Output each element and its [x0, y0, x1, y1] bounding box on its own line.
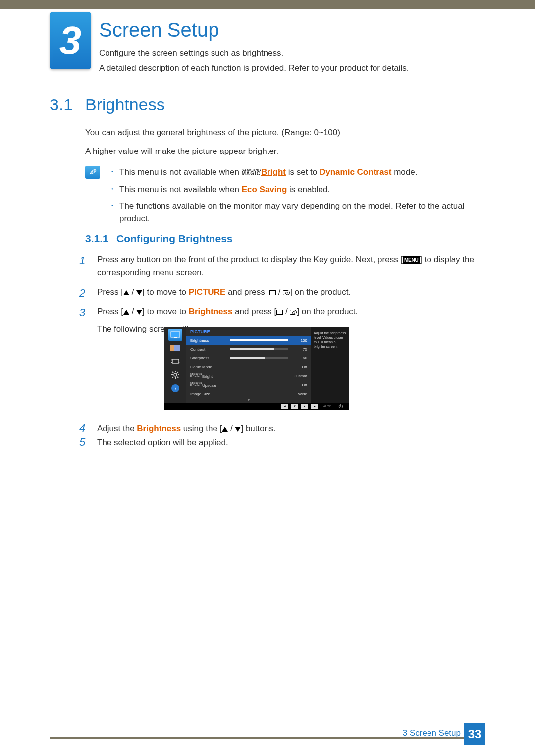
section-title: Brightness — [85, 95, 165, 114]
osd-row-value: Custom — [292, 374, 307, 378]
top-stripe — [0, 0, 535, 9]
osd-row: SAMSUNGMAGICUpscaleOff — [186, 380, 311, 389]
osd-nav-left-icon: ◄ — [281, 404, 288, 409]
intro-line-2: A detailed description of each function … — [99, 63, 409, 73]
osd-row-label: Image Size — [190, 392, 230, 396]
osd-row-value: Off — [292, 365, 307, 369]
osd-row-value: Wide — [292, 392, 307, 396]
osd-help-text: Adjust the brightness level. Values clos… — [311, 327, 349, 403]
osd-nav-up-icon: ▲ — [301, 404, 308, 409]
svg-line-12 — [172, 377, 173, 378]
osd-row: Brightness100 — [186, 336, 311, 345]
dynamic-contrast-text: Dynamic Contrast — [320, 167, 391, 177]
samsung-magic-brand: SAMSUNGMAGIC — [242, 169, 261, 176]
chapter-title: Screen Setup — [99, 19, 219, 41]
svg-line-10 — [172, 372, 173, 373]
source-icon — [290, 310, 297, 315]
brightness-text: Brightness — [189, 307, 233, 316]
osd-row-label: Sharpness — [190, 356, 230, 360]
down-arrow-icon — [235, 427, 241, 432]
subsection-number: 3.1.1 — [85, 233, 108, 245]
chapter-number: 3 — [59, 18, 82, 63]
section-number: 3.1 — [50, 95, 73, 114]
brightness-text: Brightness — [137, 424, 181, 433]
body-paragraph-2: A higher value will make the picture app… — [85, 147, 278, 156]
chapter-badge: 3 — [50, 12, 91, 69]
header-rule — [50, 15, 485, 15]
osd-slider-bar — [230, 339, 288, 341]
osd-row-label: SAMSUNGMAGICBright — [190, 373, 230, 379]
footer-chapter-label: 3 Screen Setup — [403, 728, 461, 738]
note-item-2: This menu is not available when Eco Savi… — [111, 184, 485, 196]
osd-tab-info-icon: i — [168, 382, 182, 394]
osd-tab-picture-icon — [168, 329, 182, 341]
menu-button-icon: MENU — [403, 256, 420, 264]
picture-text: PICTURE — [189, 287, 226, 297]
osd-power-icon: ⏻ — [337, 404, 344, 409]
svg-line-11 — [177, 377, 178, 378]
up-arrow-icon — [123, 290, 129, 295]
osd-row: Image SizeWide — [186, 389, 311, 398]
svg-rect-4 — [172, 359, 178, 363]
body-paragraph-1: You can adjust the general brightness of… — [85, 128, 340, 138]
osd-row-label: Contrast — [190, 347, 230, 352]
magic-bright-link[interactable]: Bright — [261, 167, 286, 177]
source-icon — [283, 290, 290, 295]
osd-panel-header: PICTURE — [186, 327, 311, 336]
osd-screenshot: i PICTURE Brightness100Contrast75Sharpne… — [164, 327, 349, 410]
eco-saving-link[interactable]: Eco Saving — [242, 185, 287, 194]
osd-row-label: Brightness — [190, 338, 230, 343]
note-icon — [85, 166, 100, 179]
osd-button-bar: ◄ ▼ ▲ ► AUTO ⏻ — [164, 403, 349, 410]
osd-row-value: Off — [292, 383, 307, 387]
osd-row: Sharpness60 — [186, 353, 311, 362]
down-arrow-icon — [136, 310, 142, 315]
step-5: 5The selected option will be applied. — [79, 436, 485, 449]
enter-icon — [276, 310, 283, 315]
osd-tab-settings-icon — [168, 369, 182, 381]
page-footer: 3 Screen Setup 33 — [0, 729, 535, 756]
osd-main-panel: PICTURE Brightness100Contrast75Sharpness… — [186, 327, 311, 403]
svg-text:i: i — [174, 385, 176, 391]
up-arrow-icon — [123, 310, 129, 315]
osd-row-label: Game Mode — [190, 365, 230, 369]
osd-row-value: 100 — [292, 338, 307, 343]
down-arrow-icon — [136, 290, 142, 295]
enter-icon — [269, 290, 276, 295]
osd-row-value: 75 — [292, 347, 307, 352]
osd-slider-bar — [230, 357, 288, 359]
step-1: 1 Press any button on the front of the p… — [79, 253, 485, 279]
svg-rect-0 — [171, 332, 180, 337]
subsection-title: Configuring Brightness — [116, 233, 233, 245]
note-list: This menu is not available when SAMSUNGM… — [111, 166, 485, 230]
svg-line-13 — [177, 372, 178, 373]
osd-row: Game ModeOff — [186, 362, 311, 371]
step-4: 4Adjust the Brightness using the [ / ] b… — [79, 420, 485, 436]
note-item-1: This menu is not available when SAMSUNGM… — [111, 166, 485, 179]
note-item-3: The functions available on the monitor m… — [111, 201, 485, 225]
osd-row-label: SAMSUNGMAGICUpscale — [190, 382, 230, 388]
osd-row: Contrast75 — [186, 345, 311, 353]
osd-nav-right-icon: ► — [311, 404, 318, 409]
svg-rect-1 — [174, 337, 177, 338]
svg-rect-3 — [170, 345, 174, 351]
step-2: 2 Press [ / ] to move to PICTURE and pre… — [79, 286, 485, 299]
osd-scroll-indicator-icon: ▼ — [186, 398, 311, 403]
osd-row-value: 60 — [292, 356, 307, 360]
osd-tab-color-icon — [168, 342, 182, 354]
osd-auto-button: AUTO — [321, 405, 334, 408]
footer-page-number: 33 — [464, 723, 485, 745]
intro-line-1: Configure the screen settings such as br… — [99, 49, 283, 58]
up-arrow-icon — [222, 427, 228, 432]
osd-row: SAMSUNGMAGICBrightCustom — [186, 371, 311, 380]
svg-point-5 — [174, 373, 177, 376]
osd-sidebar: i — [164, 327, 186, 403]
osd-tab-size-icon — [168, 355, 182, 367]
osd-slider-bar — [230, 348, 288, 350]
osd-nav-down-icon: ▼ — [291, 404, 298, 409]
